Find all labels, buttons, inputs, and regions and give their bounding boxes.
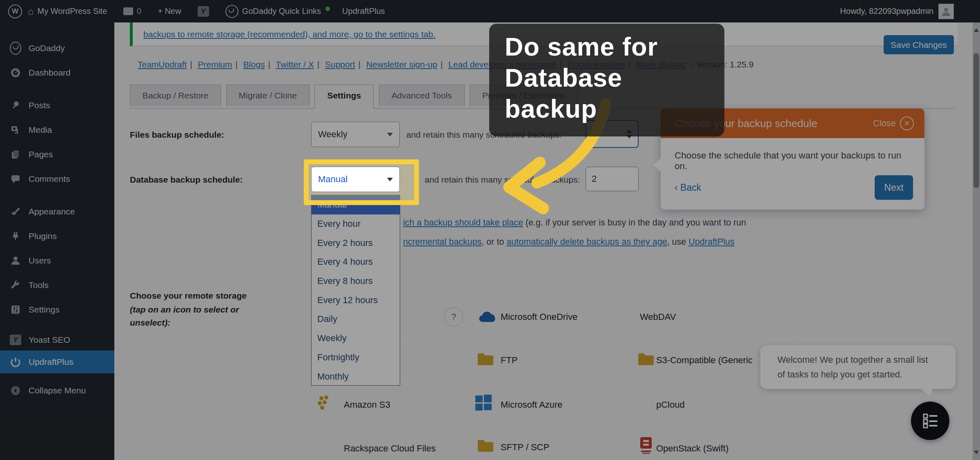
annotation-line: Do same for (505, 31, 724, 62)
db-schedule-select[interactable]: Manual (311, 167, 400, 192)
annotation-line: backup (505, 93, 724, 124)
annotation-callout: Do same for Database backup (489, 24, 724, 136)
chevron-down-icon (387, 178, 393, 184)
updraftplus-settings-page: W ⌂ My WordPress Site 0 + New Y GoDaddy … (0, 0, 980, 460)
annotation-line: Database (505, 62, 724, 93)
db-schedule-value: Manual (318, 174, 347, 185)
